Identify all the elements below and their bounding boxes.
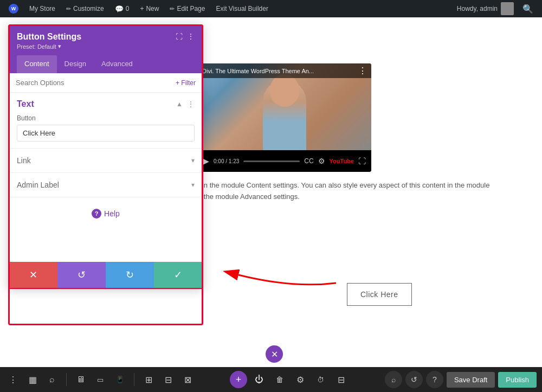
howdy-text: Howdy, admin [453, 2, 518, 15]
toolbar-center: + ⏻ 🗑 ⚙ ⏱ ⊟ [195, 371, 385, 388]
panel-expand-icon[interactable]: ⛶ [176, 33, 183, 41]
section-header: Text ▲ ⋮ [17, 99, 195, 109]
cancel-button[interactable]: ✕ [9, 262, 57, 288]
video-title: Divi. The Ultimate WordPress Theme An... [202, 68, 314, 74]
help-circle-icon: ? [92, 209, 101, 219]
admin-label-collapse-arrow-icon: ▾ [191, 181, 195, 189]
panel-search-bar: + Filter [9, 73, 202, 93]
video-title-bar: Divi. The Ultimate WordPress Theme An...… [198, 63, 371, 78]
toolbar-mobile-icon[interactable]: 📱 [112, 372, 127, 387]
preset-arrow-icon: ▾ [58, 43, 61, 50]
admin-avatar [501, 2, 514, 15]
video-controls: ▶ 0:00 / 1:23 CC ⚙ YouTube ⛶ [198, 150, 371, 172]
section-collapse-icon[interactable]: ▲ [176, 100, 183, 108]
admin-search-icon[interactable]: 🔍 [518, 4, 538, 14]
toolbar-layout2-button[interactable]: ⊟ [333, 371, 350, 388]
my-store-item[interactable]: My Store [25, 0, 60, 17]
toolbar-grid-icon[interactable]: ⊟ [160, 372, 176, 387]
edit-page-item[interactable]: ✏ Edit Page [165, 0, 209, 17]
toolbar-trash-button[interactable]: 🗑 [271, 371, 288, 388]
close-circle-button[interactable]: ✕ [266, 345, 283, 363]
new-label: New [146, 5, 159, 12]
page-content-text: r in the module Content settings. You ca… [198, 180, 526, 203]
youtube-logo: YouTube [330, 158, 354, 164]
wp-icon: W [9, 4, 18, 14]
click-here-button[interactable]: Click Here [347, 283, 412, 306]
text-section-title: Text [17, 99, 34, 109]
redo-button[interactable]: ↻ [106, 262, 154, 288]
save-button[interactable]: ✓ [154, 262, 202, 288]
panel-header: Button Settings Preset: Default ▾ ⛶ ⋮ [9, 25, 202, 55]
panel-more-icon[interactable]: ⋮ [187, 32, 195, 41]
toolbar-power-button[interactable]: ⏻ [250, 371, 268, 388]
captions-icon[interactable]: CC [304, 157, 313, 165]
link-section-label: Link [17, 156, 31, 165]
settings-panel: Button Settings Preset: Default ▾ ⛶ ⋮ Co… [8, 24, 203, 289]
publish-button[interactable]: Publish [498, 372, 537, 388]
undo-button[interactable]: ↺ [57, 262, 106, 288]
admin-bar: W My Store ✏ Customize 💬 0 + New ✏ Edit … [0, 0, 542, 17]
toolbar-separator-1 [66, 373, 67, 386]
panel-footer: ✕ ↺ ↻ ✓ [9, 262, 202, 288]
filter-button[interactable]: + Filter [176, 79, 196, 87]
toolbar-search-icon[interactable]: ⌕ [44, 372, 60, 387]
save-draft-button[interactable]: Save Draft [447, 372, 495, 388]
settings-icon[interactable]: ⚙ [318, 157, 325, 165]
panel-header-icons: ⛶ ⋮ [176, 32, 195, 41]
panel-title: Button Settings [17, 32, 81, 42]
new-item[interactable]: + New [136, 0, 163, 17]
toolbar-left: ⋮ ▦ ⌕ 🖥 ▭ 📱 ⊞ ⊟ ⊠ [5, 372, 195, 387]
toolbar-gear-button[interactable]: ⚙ [292, 371, 309, 388]
admin-label-section[interactable]: Admin Label ▾ [9, 173, 202, 197]
exit-builder-item[interactable]: Exit Visual Builder [211, 0, 273, 17]
fullscreen-icon[interactable]: ⛶ [358, 157, 366, 165]
toolbar-undo-icon[interactable]: ↺ [405, 371, 423, 388]
plus-icon: + [140, 5, 144, 12]
section-more-icon[interactable]: ⋮ [187, 100, 195, 108]
panel-spacer [9, 229, 202, 262]
toolbar-wireframe-icon[interactable]: ⊞ [141, 372, 156, 387]
help-label: Help [104, 209, 120, 218]
video-menu-icon[interactable]: ⋮ [358, 66, 367, 76]
toolbar-help-icon[interactable]: ? [426, 371, 443, 388]
my-store-label: My Store [29, 5, 55, 12]
customize-item[interactable]: ✏ Customize [62, 0, 108, 17]
toolbar-add-button[interactable]: + [230, 371, 247, 388]
text-section: Text ▲ ⋮ Button [9, 93, 202, 149]
toolbar-layout-icon[interactable]: ▦ [25, 372, 40, 387]
bottom-toolbar: ⋮ ▦ ⌕ 🖥 ▭ 📱 ⊞ ⊟ ⊠ + ⏻ 🗑 ⚙ ⏱ ⊟ ⌕ ↺ ? Save… [0, 367, 542, 392]
video-player[interactable]: Divi. The Ultimate WordPress Theme An...… [198, 63, 371, 172]
toolbar-zoom-icon[interactable]: ⌕ [385, 371, 402, 388]
search-options-input[interactable] [16, 79, 176, 87]
edit-page-label: Edit Page [177, 5, 205, 12]
exit-builder-label: Exit Visual Builder [216, 5, 268, 12]
play-icon[interactable]: ▶ [203, 157, 209, 165]
link-section[interactable]: Link ▾ [9, 149, 202, 173]
customize-label: Customize [73, 5, 104, 12]
toolbar-right: ⌕ ↺ ? Save Draft Publish [385, 371, 537, 388]
button-field-label: Button [17, 114, 195, 122]
comment-icon: 💬 [115, 5, 124, 13]
section-icons: ▲ ⋮ [176, 100, 195, 108]
comments-item[interactable]: 💬 0 [111, 0, 134, 17]
toolbar-settings-icon[interactable]: ⋮ [5, 372, 21, 387]
toolbar-history-button[interactable]: ⏱ [312, 371, 330, 388]
tab-advanced[interactable]: Advanced [94, 55, 140, 73]
pencil-icon: ✏ [170, 5, 175, 12]
toolbar-module-icon[interactable]: ⊠ [180, 372, 195, 387]
button-text-input[interactable] [17, 125, 195, 142]
tab-design[interactable]: Design [57, 55, 94, 73]
toolbar-desktop-icon[interactable]: 🖥 [73, 372, 88, 387]
panel-preset[interactable]: Preset: Default ▾ [17, 43, 81, 50]
tab-content[interactable]: Content [17, 55, 57, 73]
help-area: ? Help [9, 197, 202, 229]
link-collapse-arrow-icon: ▾ [191, 157, 195, 164]
help-button[interactable]: ? Help [92, 209, 120, 219]
toolbar-tablet-icon[interactable]: ▭ [93, 372, 108, 387]
video-time: 0:00 / 1:23 [214, 158, 239, 164]
comments-count: 0 [126, 5, 130, 12]
video-progress-bar[interactable] [243, 160, 300, 162]
toolbar-separator-2 [134, 373, 134, 386]
panel-tabs: Content Design Advanced [9, 55, 202, 73]
wp-logo-item[interactable]: W [4, 0, 23, 17]
